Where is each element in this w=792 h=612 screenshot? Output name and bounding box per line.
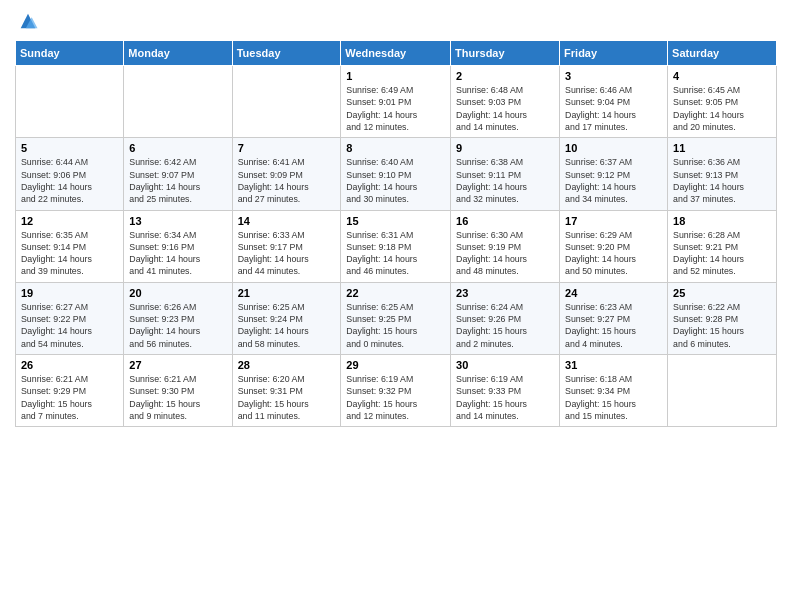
day-info: Sunrise: 6:19 AM Sunset: 9:33 PM Dayligh… bbox=[456, 373, 554, 422]
day-number: 17 bbox=[565, 215, 662, 227]
header bbox=[15, 10, 777, 32]
day-info: Sunrise: 6:38 AM Sunset: 9:11 PM Dayligh… bbox=[456, 156, 554, 205]
calendar-cell: 21Sunrise: 6:25 AM Sunset: 9:24 PM Dayli… bbox=[232, 282, 341, 354]
day-info: Sunrise: 6:29 AM Sunset: 9:20 PM Dayligh… bbox=[565, 229, 662, 278]
day-number: 12 bbox=[21, 215, 118, 227]
dow-header: Tuesday bbox=[232, 41, 341, 66]
calendar-cell: 4Sunrise: 6:45 AM Sunset: 9:05 PM Daylig… bbox=[668, 66, 777, 138]
calendar-cell: 5Sunrise: 6:44 AM Sunset: 9:06 PM Daylig… bbox=[16, 138, 124, 210]
day-info: Sunrise: 6:28 AM Sunset: 9:21 PM Dayligh… bbox=[673, 229, 771, 278]
day-number: 8 bbox=[346, 142, 445, 154]
day-number: 29 bbox=[346, 359, 445, 371]
calendar-cell: 17Sunrise: 6:29 AM Sunset: 9:20 PM Dayli… bbox=[560, 210, 668, 282]
calendar-cell: 10Sunrise: 6:37 AM Sunset: 9:12 PM Dayli… bbox=[560, 138, 668, 210]
calendar: SundayMondayTuesdayWednesdayThursdayFrid… bbox=[15, 40, 777, 427]
day-number: 21 bbox=[238, 287, 336, 299]
calendar-cell bbox=[124, 66, 232, 138]
day-info: Sunrise: 6:30 AM Sunset: 9:19 PM Dayligh… bbox=[456, 229, 554, 278]
day-number: 30 bbox=[456, 359, 554, 371]
day-info: Sunrise: 6:48 AM Sunset: 9:03 PM Dayligh… bbox=[456, 84, 554, 133]
calendar-cell: 15Sunrise: 6:31 AM Sunset: 9:18 PM Dayli… bbox=[341, 210, 451, 282]
day-info: Sunrise: 6:18 AM Sunset: 9:34 PM Dayligh… bbox=[565, 373, 662, 422]
calendar-cell: 22Sunrise: 6:25 AM Sunset: 9:25 PM Dayli… bbox=[341, 282, 451, 354]
calendar-cell: 24Sunrise: 6:23 AM Sunset: 9:27 PM Dayli… bbox=[560, 282, 668, 354]
day-info: Sunrise: 6:40 AM Sunset: 9:10 PM Dayligh… bbox=[346, 156, 445, 205]
day-number: 18 bbox=[673, 215, 771, 227]
calendar-cell bbox=[232, 66, 341, 138]
calendar-cell: 11Sunrise: 6:36 AM Sunset: 9:13 PM Dayli… bbox=[668, 138, 777, 210]
day-number: 24 bbox=[565, 287, 662, 299]
calendar-week-row: 12Sunrise: 6:35 AM Sunset: 9:14 PM Dayli… bbox=[16, 210, 777, 282]
day-info: Sunrise: 6:36 AM Sunset: 9:13 PM Dayligh… bbox=[673, 156, 771, 205]
day-number: 25 bbox=[673, 287, 771, 299]
day-info: Sunrise: 6:35 AM Sunset: 9:14 PM Dayligh… bbox=[21, 229, 118, 278]
calendar-cell: 16Sunrise: 6:30 AM Sunset: 9:19 PM Dayli… bbox=[451, 210, 560, 282]
dow-header: Monday bbox=[124, 41, 232, 66]
dow-header: Sunday bbox=[16, 41, 124, 66]
calendar-cell: 20Sunrise: 6:26 AM Sunset: 9:23 PM Dayli… bbox=[124, 282, 232, 354]
day-info: Sunrise: 6:41 AM Sunset: 9:09 PM Dayligh… bbox=[238, 156, 336, 205]
day-info: Sunrise: 6:34 AM Sunset: 9:16 PM Dayligh… bbox=[129, 229, 226, 278]
calendar-cell: 13Sunrise: 6:34 AM Sunset: 9:16 PM Dayli… bbox=[124, 210, 232, 282]
calendar-cell bbox=[668, 355, 777, 427]
day-number: 1 bbox=[346, 70, 445, 82]
day-number: 16 bbox=[456, 215, 554, 227]
calendar-cell: 12Sunrise: 6:35 AM Sunset: 9:14 PM Dayli… bbox=[16, 210, 124, 282]
day-number: 31 bbox=[565, 359, 662, 371]
day-info: Sunrise: 6:25 AM Sunset: 9:24 PM Dayligh… bbox=[238, 301, 336, 350]
calendar-week-row: 19Sunrise: 6:27 AM Sunset: 9:22 PM Dayli… bbox=[16, 282, 777, 354]
day-info: Sunrise: 6:23 AM Sunset: 9:27 PM Dayligh… bbox=[565, 301, 662, 350]
day-of-week-row: SundayMondayTuesdayWednesdayThursdayFrid… bbox=[16, 41, 777, 66]
calendar-cell: 26Sunrise: 6:21 AM Sunset: 9:29 PM Dayli… bbox=[16, 355, 124, 427]
day-info: Sunrise: 6:25 AM Sunset: 9:25 PM Dayligh… bbox=[346, 301, 445, 350]
day-number: 9 bbox=[456, 142, 554, 154]
calendar-cell: 23Sunrise: 6:24 AM Sunset: 9:26 PM Dayli… bbox=[451, 282, 560, 354]
calendar-cell: 14Sunrise: 6:33 AM Sunset: 9:17 PM Dayli… bbox=[232, 210, 341, 282]
calendar-cell: 28Sunrise: 6:20 AM Sunset: 9:31 PM Dayli… bbox=[232, 355, 341, 427]
day-number: 4 bbox=[673, 70, 771, 82]
calendar-cell: 3Sunrise: 6:46 AM Sunset: 9:04 PM Daylig… bbox=[560, 66, 668, 138]
day-info: Sunrise: 6:44 AM Sunset: 9:06 PM Dayligh… bbox=[21, 156, 118, 205]
day-number: 6 bbox=[129, 142, 226, 154]
logo-icon bbox=[17, 10, 39, 32]
calendar-cell: 7Sunrise: 6:41 AM Sunset: 9:09 PM Daylig… bbox=[232, 138, 341, 210]
day-number: 15 bbox=[346, 215, 445, 227]
calendar-cell: 25Sunrise: 6:22 AM Sunset: 9:28 PM Dayli… bbox=[668, 282, 777, 354]
day-number: 13 bbox=[129, 215, 226, 227]
day-number: 23 bbox=[456, 287, 554, 299]
calendar-cell: 2Sunrise: 6:48 AM Sunset: 9:03 PM Daylig… bbox=[451, 66, 560, 138]
dow-header: Friday bbox=[560, 41, 668, 66]
calendar-cell: 19Sunrise: 6:27 AM Sunset: 9:22 PM Dayli… bbox=[16, 282, 124, 354]
day-info: Sunrise: 6:21 AM Sunset: 9:30 PM Dayligh… bbox=[129, 373, 226, 422]
calendar-cell: 31Sunrise: 6:18 AM Sunset: 9:34 PM Dayli… bbox=[560, 355, 668, 427]
day-info: Sunrise: 6:33 AM Sunset: 9:17 PM Dayligh… bbox=[238, 229, 336, 278]
day-info: Sunrise: 6:19 AM Sunset: 9:32 PM Dayligh… bbox=[346, 373, 445, 422]
day-number: 3 bbox=[565, 70, 662, 82]
day-number: 10 bbox=[565, 142, 662, 154]
calendar-cell: 18Sunrise: 6:28 AM Sunset: 9:21 PM Dayli… bbox=[668, 210, 777, 282]
day-info: Sunrise: 6:42 AM Sunset: 9:07 PM Dayligh… bbox=[129, 156, 226, 205]
logo bbox=[15, 10, 39, 32]
day-info: Sunrise: 6:21 AM Sunset: 9:29 PM Dayligh… bbox=[21, 373, 118, 422]
dow-header: Saturday bbox=[668, 41, 777, 66]
calendar-cell: 9Sunrise: 6:38 AM Sunset: 9:11 PM Daylig… bbox=[451, 138, 560, 210]
day-info: Sunrise: 6:46 AM Sunset: 9:04 PM Dayligh… bbox=[565, 84, 662, 133]
calendar-week-row: 5Sunrise: 6:44 AM Sunset: 9:06 PM Daylig… bbox=[16, 138, 777, 210]
calendar-cell: 30Sunrise: 6:19 AM Sunset: 9:33 PM Dayli… bbox=[451, 355, 560, 427]
day-number: 14 bbox=[238, 215, 336, 227]
day-number: 5 bbox=[21, 142, 118, 154]
calendar-cell: 1Sunrise: 6:49 AM Sunset: 9:01 PM Daylig… bbox=[341, 66, 451, 138]
calendar-cell: 29Sunrise: 6:19 AM Sunset: 9:32 PM Dayli… bbox=[341, 355, 451, 427]
day-info: Sunrise: 6:24 AM Sunset: 9:26 PM Dayligh… bbox=[456, 301, 554, 350]
day-info: Sunrise: 6:49 AM Sunset: 9:01 PM Dayligh… bbox=[346, 84, 445, 133]
day-info: Sunrise: 6:45 AM Sunset: 9:05 PM Dayligh… bbox=[673, 84, 771, 133]
calendar-cell: 8Sunrise: 6:40 AM Sunset: 9:10 PM Daylig… bbox=[341, 138, 451, 210]
day-info: Sunrise: 6:20 AM Sunset: 9:31 PM Dayligh… bbox=[238, 373, 336, 422]
day-number: 2 bbox=[456, 70, 554, 82]
day-info: Sunrise: 6:31 AM Sunset: 9:18 PM Dayligh… bbox=[346, 229, 445, 278]
day-number: 28 bbox=[238, 359, 336, 371]
day-info: Sunrise: 6:27 AM Sunset: 9:22 PM Dayligh… bbox=[21, 301, 118, 350]
day-number: 7 bbox=[238, 142, 336, 154]
calendar-cell bbox=[16, 66, 124, 138]
day-number: 20 bbox=[129, 287, 226, 299]
